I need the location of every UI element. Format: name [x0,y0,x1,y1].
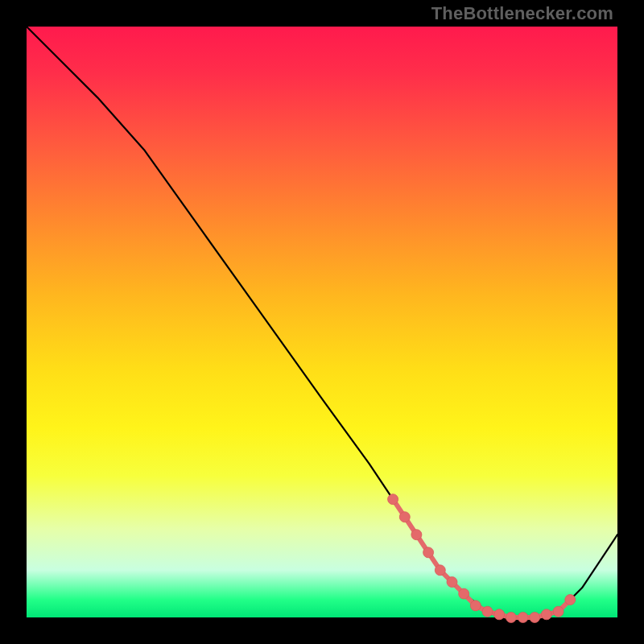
watermark-text: TheBottlenecker.com [431,5,613,23]
highlight-dot [541,609,551,620]
highlight-dot [423,547,434,558]
highlight-dot [518,613,528,623]
highlight-dot [459,588,469,599]
highlight-dot [565,595,576,605]
highlight-connector [393,499,570,617]
highlight-dot [506,613,516,623]
bottleneck-curve [27,27,617,617]
highlight-dot [482,606,493,617]
chart-stage: TheBottlenecker.com [0,0,644,644]
highlight-dot [388,494,398,505]
highlight-dot [494,609,505,620]
highlight-dot [553,606,564,617]
curve-svg [27,27,617,617]
highlight-dot [470,601,481,611]
highlight-dot [435,565,445,576]
highlight-dot [447,577,457,588]
highlight-dots [388,494,576,623]
plot-area [27,27,617,617]
highlight-dot [399,512,410,522]
highlight-dot [530,613,540,623]
highlight-dot [411,530,422,540]
